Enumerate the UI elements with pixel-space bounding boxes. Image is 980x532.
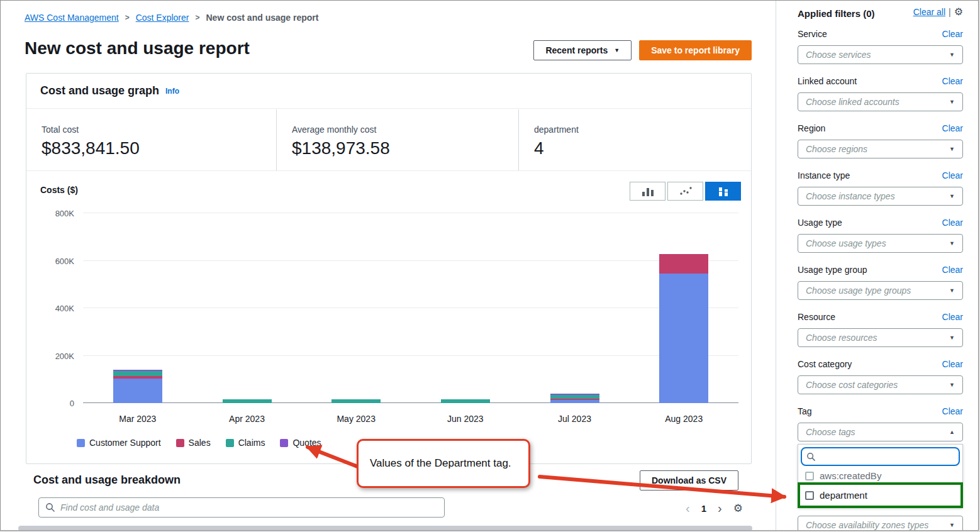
next-page-icon[interactable]: › (718, 501, 722, 516)
line-chart-toggle-button[interactable] (667, 182, 703, 201)
select-placeholder: Choose instance types (806, 191, 895, 201)
x-axis-label: Mar 2023 (83, 414, 192, 424)
legend-item-claims[interactable]: Claims (226, 438, 265, 448)
recent-reports-button[interactable]: Recent reports ▼ (533, 40, 632, 60)
select-placeholder: Choose regions (806, 144, 867, 154)
stacked-bar-chart-toggle-button[interactable] (705, 182, 741, 201)
filter-label: Region (798, 123, 825, 133)
x-axis-label: Apr 2023 (192, 414, 302, 424)
legend-item-sales[interactable]: Sales (176, 438, 211, 448)
bar-segment-claims (331, 399, 381, 403)
horizontal-scrollbar[interactable] (18, 526, 752, 531)
clear-tag-link[interactable]: Clear (942, 406, 963, 416)
tag-select[interactable]: Choose tags ▲ (798, 423, 963, 441)
chart-bars (83, 213, 738, 403)
legend-swatch (226, 439, 234, 447)
breadcrumb: AWS Cost Management > Cost Explorer > Ne… (25, 13, 318, 23)
stat-department-count: department 4 (518, 109, 751, 170)
stat-label: Total cost (42, 125, 276, 135)
linked-account-select[interactable]: Choose linked accounts ▼ (798, 92, 963, 111)
breadcrumb-link-aws-cost-management[interactable]: AWS Cost Management (25, 13, 119, 23)
filter-label: Instance type (798, 170, 850, 180)
bar-column (629, 213, 738, 403)
chart-bar-jun-2023[interactable] (441, 399, 490, 403)
clear-usage-type-link[interactable]: Clear (942, 218, 963, 228)
tag-option-department[interactable]: department (801, 485, 960, 505)
tag-option-aws-createdby[interactable]: aws:createdBy (801, 466, 960, 485)
legend-swatch (176, 439, 184, 447)
legend-item-quotes[interactable]: Quotes (280, 438, 321, 448)
chevron-down-icon: ▼ (949, 99, 955, 105)
x-axis-label: Jun 2023 (411, 414, 520, 424)
tag-search-input[interactable] (801, 447, 960, 466)
legend-swatch (77, 439, 85, 447)
clear-all-link[interactable]: Clear all (913, 7, 945, 17)
previous-page-icon[interactable]: ‹ (686, 501, 690, 516)
checkbox-icon[interactable] (805, 472, 814, 480)
region-select[interactable]: Choose regions ▼ (798, 140, 963, 158)
select-placeholder: Choose cost categories (806, 380, 898, 390)
clear-resource-link[interactable]: Clear (942, 312, 963, 322)
y-axis-tick-label: 0 (38, 399, 74, 408)
bar-segment-claims (113, 371, 162, 375)
legend-label: Quotes (292, 438, 321, 448)
filter-label: Service (798, 29, 827, 39)
select-placeholder: Choose availability zones types (806, 520, 928, 530)
clear-cost-category-link[interactable]: Clear (942, 359, 963, 369)
resource-select[interactable]: Choose resources ▼ (798, 328, 963, 347)
clear-instance-type-link[interactable]: Clear (942, 170, 963, 180)
filters-header-actions: Clear all | ⚙ (913, 6, 963, 18)
filter-label: Cost category (798, 359, 852, 369)
legend-label: Customer Support (89, 438, 161, 448)
chart-bar-aug-2023[interactable] (659, 254, 708, 403)
legend-item-customer-support[interactable]: Customer Support (77, 438, 161, 448)
chart-bar-apr-2023[interactable] (223, 399, 272, 403)
card-title: Cost and usage graph (40, 84, 159, 97)
filter-group-linked-account: Linked account Clear Choose linked accou… (798, 75, 963, 111)
select-placeholder: Choose resources (806, 333, 877, 343)
bar-column (411, 213, 520, 403)
chart-bar-mar-2023[interactable] (113, 370, 162, 403)
x-axis-labels: Mar 2023Apr 2023May 2023Jun 2023Jul 2023… (83, 414, 738, 424)
gear-icon[interactable]: ⚙ (954, 6, 963, 18)
chevron-down-icon: ▼ (949, 193, 955, 199)
cost-category-select[interactable]: Choose cost categories ▼ (798, 375, 963, 394)
filter-label: Resource (798, 312, 835, 322)
bar-chart-toggle-button[interactable] (630, 182, 665, 201)
filters-title: Applied filters (0) (798, 8, 875, 19)
search-icon (45, 502, 55, 513)
chart-type-toggle-group (630, 182, 741, 201)
filter-group-usage-type: Usage type Clear Choose usage types ▼ (798, 216, 963, 253)
download-csv-button[interactable]: Download as CSV (640, 470, 738, 490)
page-number[interactable]: 1 (701, 503, 706, 514)
usage-type-group-select[interactable]: Choose usage type groups ▼ (798, 281, 963, 300)
breakdown-search-input[interactable] (38, 497, 445, 518)
clear-usage-type-group-link[interactable]: Clear (942, 265, 963, 275)
y-axis-tick-label: 400K (38, 304, 74, 313)
clear-linked-account-link[interactable]: Clear (942, 76, 963, 86)
select-placeholder: Choose usage types (806, 238, 886, 248)
chart-bar-may-2023[interactable] (331, 399, 381, 403)
usage-type-select[interactable]: Choose usage types ▼ (798, 234, 963, 253)
stat-value: $138,973.58 (292, 138, 518, 158)
checkbox-icon[interactable] (805, 491, 814, 500)
service-select[interactable]: Choose services ▼ (798, 45, 963, 64)
y-axis-tick-label: 600K (38, 257, 74, 266)
chevron-right-icon: > (195, 13, 199, 22)
bar-segment-claims (223, 399, 272, 403)
clear-service-link[interactable]: Clear (942, 29, 963, 39)
select-placeholder: Choose tags (806, 427, 855, 437)
chevron-down-icon: ▼ (949, 287, 955, 294)
annotation-callout: Values of the Department tag. (357, 439, 530, 488)
availability-zone-select[interactable]: Choose availability zones types ▼ (798, 516, 963, 531)
breadcrumb-link-cost-explorer[interactable]: Cost Explorer (136, 13, 189, 23)
clear-region-link[interactable]: Clear (942, 123, 963, 133)
instance-type-select[interactable]: Choose instance types ▼ (798, 187, 963, 206)
bar-chart-icon (642, 186, 654, 196)
gear-icon[interactable]: ⚙ (733, 502, 743, 515)
save-to-report-library-button[interactable]: Save to report library (639, 40, 752, 60)
info-link[interactable]: Info (165, 87, 179, 96)
bar-segment-sales (659, 254, 708, 274)
stat-label: Average monthly cost (292, 125, 518, 135)
chart-bar-jul-2023[interactable] (550, 394, 599, 403)
